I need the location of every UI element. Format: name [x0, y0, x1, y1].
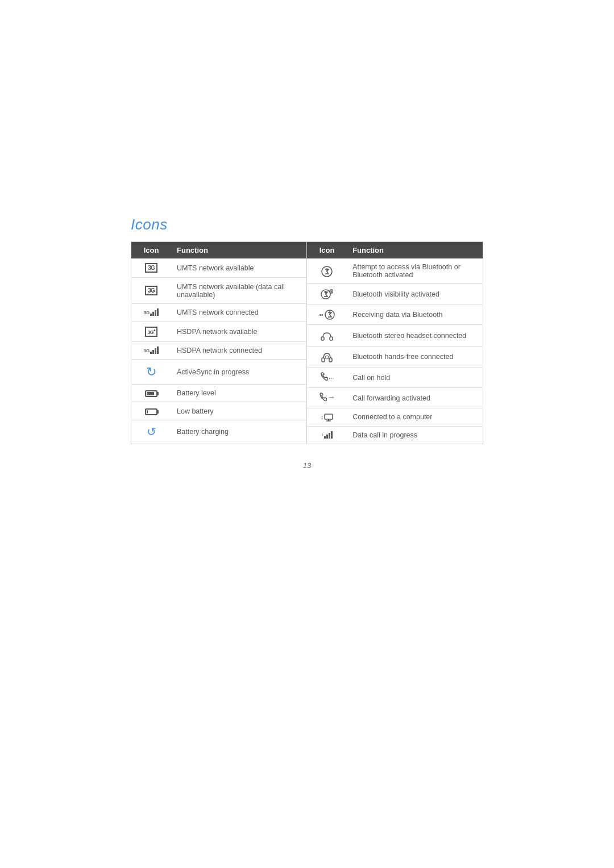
- bluetooth-attempt-icon: [321, 265, 333, 278]
- icon-cell: 3G: [131, 304, 171, 322]
- right-header-icon: Icon: [307, 242, 347, 258]
- activesync-icon: ↻: [146, 365, 156, 379]
- function-cell: Battery charging: [171, 420, 307, 443]
- hsdpa-box-icon: 3G+: [145, 327, 157, 337]
- computer-connected-icon: ↕: [321, 414, 333, 422]
- function-cell: Receiving data via Bluetooth: [347, 305, 483, 325]
- function-cell: UMTS network available: [171, 258, 307, 278]
- page-number: 13: [131, 461, 483, 470]
- icon-cell: ↺: [131, 420, 171, 443]
- function-cell: HSDPA network connected: [171, 342, 307, 360]
- table-row: 3G UMTS network available (data call una…: [131, 278, 307, 304]
- function-cell: HSDPA network available: [171, 322, 307, 341]
- table-row: ↕ Data call in progress: [307, 426, 483, 444]
- function-cell: Bluetooth hands-free connected: [347, 347, 483, 368]
- battery-charging-icon: ↺: [147, 425, 156, 439]
- function-cell: Battery level: [171, 385, 307, 402]
- icon-cell: 3G+: [131, 322, 171, 341]
- function-cell: UMTS network available (data call unavai…: [171, 278, 307, 304]
- table-row: ... Call on hold: [307, 368, 483, 388]
- table-row: 3G+ HSDPA network available: [131, 322, 307, 341]
- icon-cell: ••: [307, 305, 347, 325]
- icon-cell: ↕: [307, 426, 347, 444]
- icon-cell: [307, 258, 347, 284]
- bluetooth-stereo-icon: [321, 329, 333, 341]
- icon-cell: [131, 402, 171, 420]
- table-row: Bluetooth stereo headset connected: [307, 325, 483, 347]
- left-header-function: Function: [171, 242, 307, 258]
- icon-cell: →: [307, 388, 347, 408]
- table-row: ↕ Connected to a computer: [307, 408, 483, 427]
- icon-cell: 3G: [131, 278, 171, 304]
- icon-cell: [307, 284, 347, 305]
- page-wrapper: Icons Icon Function 3G: [0, 0, 614, 868]
- battery-full-icon: [145, 390, 157, 397]
- function-cell: UMTS network connected: [171, 304, 307, 322]
- right-header-function: Function: [347, 242, 483, 258]
- battery-low-icon: [145, 408, 157, 415]
- call-forward-icon: →: [319, 393, 335, 402]
- 3g-box-striked-icon: 3G: [145, 286, 157, 295]
- table-row: •• Receiving data via Bluetooth: [307, 305, 483, 325]
- icon-cell: [307, 325, 347, 347]
- left-header-icon: Icon: [131, 242, 171, 258]
- function-cell: Bluetooth visibility activated: [347, 284, 483, 305]
- function-cell: Attempt to access via Bluetooth or Bluet…: [347, 258, 483, 284]
- table-row: Bluetooth hands-free connected: [307, 347, 483, 368]
- table-row: 3G UMTS network connected: [131, 304, 307, 322]
- data-call-icon: ↕: [321, 431, 333, 439]
- section-title: Icons: [131, 216, 483, 233]
- 3g-box-icon: 3G: [145, 263, 157, 273]
- right-table: Icon Function: [307, 242, 483, 444]
- bluetooth-handsfree-icon: [321, 352, 333, 360]
- svg-point-13: [325, 356, 329, 359]
- icon-cell: ...: [307, 368, 347, 388]
- function-cell: Call on hold: [347, 368, 483, 388]
- table-row: Battery level: [131, 385, 307, 402]
- icon-cell: ↻: [131, 360, 171, 385]
- right-header-row: Icon Function: [307, 242, 483, 258]
- function-cell: Connected to a computer: [347, 408, 483, 427]
- bluetooth-visibility-icon: [321, 289, 333, 300]
- table-row: ↻ ActiveSync in progress: [131, 360, 307, 385]
- svg-rect-11: [322, 358, 325, 362]
- table-row: ↺ Battery charging: [131, 420, 307, 443]
- hsdpa-signal-icon: 3G: [144, 347, 159, 354]
- call-hold-icon: ...: [320, 372, 334, 381]
- table-row: 3G HSDPA network connected: [131, 342, 307, 360]
- icon-cell: 3G: [131, 258, 171, 278]
- table-row: Bluetooth visibility activated: [307, 284, 483, 305]
- left-table-body: 3G UMTS network available 3G UMTS networ…: [131, 258, 307, 444]
- 3g-signal-icon: 3G: [144, 308, 159, 316]
- table-row: Low battery: [131, 402, 307, 420]
- icons-table-wrapper: Icon Function 3G UMTS network available: [131, 241, 483, 444]
- icon-cell: 3G: [131, 342, 171, 360]
- function-cell: Data call in progress: [347, 426, 483, 444]
- icon-cell: ↕: [307, 408, 347, 427]
- table-row: 3G UMTS network available: [131, 258, 307, 278]
- svg-rect-14: [325, 414, 333, 419]
- left-header-row: Icon Function: [131, 242, 307, 258]
- table-row: Attempt to access via Bluetooth or Bluet…: [307, 258, 483, 284]
- svg-rect-12: [329, 358, 332, 362]
- table-row: → Call forwarding activated: [307, 388, 483, 408]
- icon-cell: [131, 385, 171, 402]
- right-table-body: Attempt to access via Bluetooth or Bluet…: [307, 258, 483, 444]
- function-cell: ActiveSync in progress: [171, 360, 307, 385]
- left-table: Icon Function 3G UMTS network available: [131, 242, 307, 444]
- function-cell: Low battery: [171, 402, 307, 420]
- icon-cell: [307, 347, 347, 368]
- bluetooth-data-icon: ••: [320, 310, 335, 320]
- function-cell: Bluetooth stereo headset connected: [347, 325, 483, 347]
- content-area: Icons Icon Function 3G: [131, 216, 483, 470]
- function-cell: Call forwarding activated: [347, 388, 483, 408]
